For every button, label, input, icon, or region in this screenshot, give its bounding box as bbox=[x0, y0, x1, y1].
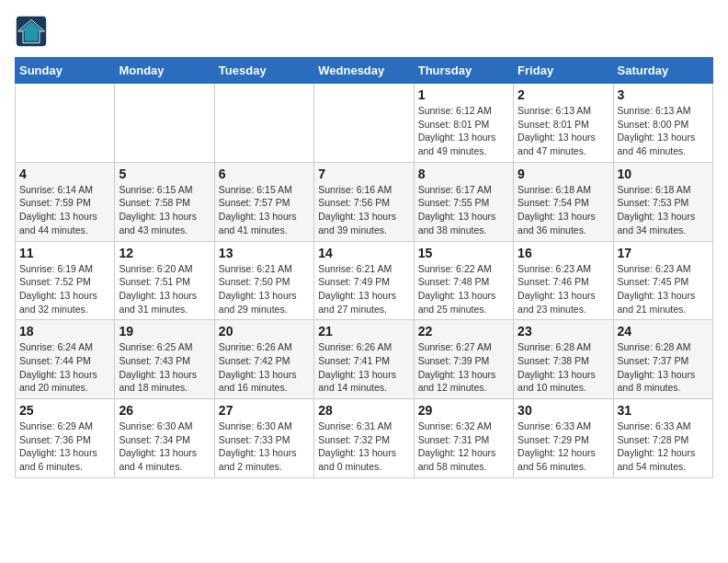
day-info: Sunrise: 6:13 AM Sunset: 8:01 PM Dayligh… bbox=[518, 104, 609, 158]
calendar-cell: 8Sunrise: 6:17 AM Sunset: 7:55 PM Daylig… bbox=[414, 162, 513, 241]
day-info: Sunrise: 6:14 AM Sunset: 7:59 PM Dayligh… bbox=[19, 183, 110, 237]
calendar-cell: 18Sunrise: 6:24 AM Sunset: 7:44 PM Dayli… bbox=[16, 320, 115, 399]
day-info: Sunrise: 6:30 AM Sunset: 7:34 PM Dayligh… bbox=[119, 419, 210, 474]
day-number: 10 bbox=[618, 167, 709, 181]
calendar-cell: 11Sunrise: 6:19 AM Sunset: 7:52 PM Dayli… bbox=[16, 241, 115, 320]
week-row-3: 11Sunrise: 6:19 AM Sunset: 7:52 PM Dayli… bbox=[16, 241, 713, 320]
calendar-cell: 24Sunrise: 6:28 AM Sunset: 7:37 PM Dayli… bbox=[613, 320, 712, 399]
week-row-2: 4Sunrise: 6:14 AM Sunset: 7:59 PM Daylig… bbox=[16, 162, 713, 241]
day-number: 23 bbox=[518, 324, 609, 339]
calendar-cell: 6Sunrise: 6:15 AM Sunset: 7:57 PM Daylig… bbox=[214, 162, 313, 241]
day-header-saturday: Saturday bbox=[613, 58, 712, 84]
calendar-cell: 16Sunrise: 6:23 AM Sunset: 7:46 PM Dayli… bbox=[514, 241, 613, 320]
day-number: 12 bbox=[119, 246, 210, 260]
calendar-cell: 27Sunrise: 6:30 AM Sunset: 7:33 PM Dayli… bbox=[214, 399, 313, 478]
calendar-cell: 28Sunrise: 6:31 AM Sunset: 7:32 PM Dayli… bbox=[314, 399, 414, 478]
calendar-cell: 7Sunrise: 6:16 AM Sunset: 7:56 PM Daylig… bbox=[314, 162, 414, 241]
day-number: 15 bbox=[418, 246, 509, 260]
day-number: 24 bbox=[618, 324, 709, 339]
day-info: Sunrise: 6:28 AM Sunset: 7:38 PM Dayligh… bbox=[518, 340, 609, 395]
day-number: 26 bbox=[119, 403, 210, 418]
day-info: Sunrise: 6:28 AM Sunset: 7:37 PM Dayligh… bbox=[618, 340, 709, 395]
day-info: Sunrise: 6:21 AM Sunset: 7:49 PM Dayligh… bbox=[318, 262, 409, 316]
day-header-thursday: Thursday bbox=[414, 58, 513, 84]
day-info: Sunrise: 6:26 AM Sunset: 7:41 PM Dayligh… bbox=[318, 340, 409, 395]
calendar-cell: 25Sunrise: 6:29 AM Sunset: 7:36 PM Dayli… bbox=[16, 399, 115, 478]
day-number: 31 bbox=[618, 403, 709, 418]
calendar-cell: 4Sunrise: 6:14 AM Sunset: 7:59 PM Daylig… bbox=[16, 162, 115, 241]
day-info: Sunrise: 6:27 AM Sunset: 7:39 PM Dayligh… bbox=[418, 340, 509, 395]
calendar-cell: 9Sunrise: 6:18 AM Sunset: 7:54 PM Daylig… bbox=[514, 162, 613, 241]
day-header-friday: Friday bbox=[514, 58, 613, 84]
week-row-4: 18Sunrise: 6:24 AM Sunset: 7:44 PM Dayli… bbox=[16, 320, 713, 399]
calendar-cell: 5Sunrise: 6:15 AM Sunset: 7:58 PM Daylig… bbox=[115, 162, 214, 241]
calendar-cell bbox=[16, 84, 115, 163]
calendar-table: SundayMondayTuesdayWednesdayThursdayFrid… bbox=[15, 57, 713, 478]
calendar-cell bbox=[115, 84, 214, 163]
day-number: 2 bbox=[518, 87, 609, 102]
calendar-header: SundayMondayTuesdayWednesdayThursdayFrid… bbox=[16, 58, 713, 84]
day-info: Sunrise: 6:30 AM Sunset: 7:33 PM Dayligh… bbox=[219, 419, 310, 474]
day-info: Sunrise: 6:23 AM Sunset: 7:46 PM Dayligh… bbox=[518, 262, 609, 316]
calendar-cell: 15Sunrise: 6:22 AM Sunset: 7:48 PM Dayli… bbox=[414, 241, 513, 320]
day-number: 21 bbox=[318, 324, 409, 339]
calendar-cell: 17Sunrise: 6:23 AM Sunset: 7:45 PM Dayli… bbox=[613, 241, 712, 320]
day-info: Sunrise: 6:24 AM Sunset: 7:44 PM Dayligh… bbox=[19, 340, 110, 395]
day-number: 18 bbox=[19, 324, 110, 339]
day-info: Sunrise: 6:17 AM Sunset: 7:55 PM Dayligh… bbox=[418, 183, 509, 237]
day-info: Sunrise: 6:16 AM Sunset: 7:56 PM Dayligh… bbox=[318, 183, 409, 237]
day-header-monday: Monday bbox=[115, 58, 214, 84]
day-number: 27 bbox=[219, 403, 310, 418]
calendar-cell: 20Sunrise: 6:26 AM Sunset: 7:42 PM Dayli… bbox=[214, 320, 313, 399]
logo bbox=[15, 15, 51, 48]
day-number: 28 bbox=[318, 403, 409, 418]
page-header bbox=[15, 15, 713, 48]
day-info: Sunrise: 6:32 AM Sunset: 7:31 PM Dayligh… bbox=[418, 419, 509, 474]
calendar-cell: 12Sunrise: 6:20 AM Sunset: 7:51 PM Dayli… bbox=[115, 241, 214, 320]
day-info: Sunrise: 6:33 AM Sunset: 7:28 PM Dayligh… bbox=[618, 419, 709, 474]
day-headers-row: SundayMondayTuesdayWednesdayThursdayFrid… bbox=[16, 58, 713, 84]
calendar-cell: 14Sunrise: 6:21 AM Sunset: 7:49 PM Dayli… bbox=[314, 241, 414, 320]
day-number: 7 bbox=[318, 167, 409, 181]
day-info: Sunrise: 6:22 AM Sunset: 7:48 PM Dayligh… bbox=[418, 262, 509, 316]
day-number: 25 bbox=[19, 403, 110, 418]
day-info: Sunrise: 6:33 AM Sunset: 7:29 PM Dayligh… bbox=[518, 419, 609, 474]
day-info: Sunrise: 6:12 AM Sunset: 8:01 PM Dayligh… bbox=[418, 104, 509, 158]
day-number: 13 bbox=[219, 246, 310, 260]
calendar-cell bbox=[314, 84, 414, 163]
calendar-cell: 3Sunrise: 6:13 AM Sunset: 8:00 PM Daylig… bbox=[613, 84, 712, 163]
day-number: 19 bbox=[119, 324, 210, 339]
day-number: 30 bbox=[518, 403, 609, 418]
calendar-cell: 13Sunrise: 6:21 AM Sunset: 7:50 PM Dayli… bbox=[214, 241, 313, 320]
day-number: 6 bbox=[219, 167, 310, 181]
day-info: Sunrise: 6:15 AM Sunset: 7:57 PM Dayligh… bbox=[219, 183, 310, 237]
calendar-cell bbox=[214, 84, 313, 163]
day-number: 20 bbox=[219, 324, 310, 339]
day-info: Sunrise: 6:20 AM Sunset: 7:51 PM Dayligh… bbox=[119, 262, 210, 316]
calendar-body: 1Sunrise: 6:12 AM Sunset: 8:01 PM Daylig… bbox=[16, 84, 713, 478]
calendar-cell: 23Sunrise: 6:28 AM Sunset: 7:38 PM Dayli… bbox=[514, 320, 613, 399]
calendar-cell: 29Sunrise: 6:32 AM Sunset: 7:31 PM Dayli… bbox=[414, 399, 513, 478]
day-header-tuesday: Tuesday bbox=[214, 58, 313, 84]
calendar-cell: 19Sunrise: 6:25 AM Sunset: 7:43 PM Dayli… bbox=[115, 320, 214, 399]
day-info: Sunrise: 6:29 AM Sunset: 7:36 PM Dayligh… bbox=[19, 419, 110, 474]
day-number: 1 bbox=[418, 87, 509, 102]
day-info: Sunrise: 6:18 AM Sunset: 7:54 PM Dayligh… bbox=[518, 183, 609, 237]
day-number: 29 bbox=[418, 403, 509, 418]
day-number: 14 bbox=[318, 246, 409, 260]
logo-icon bbox=[15, 15, 48, 48]
day-number: 22 bbox=[418, 324, 509, 339]
day-number: 5 bbox=[119, 167, 210, 181]
day-number: 16 bbox=[518, 246, 609, 260]
calendar-cell: 26Sunrise: 6:30 AM Sunset: 7:34 PM Dayli… bbox=[115, 399, 214, 478]
day-info: Sunrise: 6:15 AM Sunset: 7:58 PM Dayligh… bbox=[119, 183, 210, 237]
day-header-wednesday: Wednesday bbox=[314, 58, 414, 84]
day-info: Sunrise: 6:19 AM Sunset: 7:52 PM Dayligh… bbox=[19, 262, 110, 316]
day-number: 9 bbox=[518, 167, 609, 181]
day-info: Sunrise: 6:31 AM Sunset: 7:32 PM Dayligh… bbox=[318, 419, 409, 474]
day-info: Sunrise: 6:25 AM Sunset: 7:43 PM Dayligh… bbox=[119, 340, 210, 395]
calendar-cell: 21Sunrise: 6:26 AM Sunset: 7:41 PM Dayli… bbox=[314, 320, 414, 399]
calendar-cell: 10Sunrise: 6:18 AM Sunset: 7:53 PM Dayli… bbox=[613, 162, 712, 241]
day-header-sunday: Sunday bbox=[16, 58, 115, 84]
day-info: Sunrise: 6:21 AM Sunset: 7:50 PM Dayligh… bbox=[219, 262, 310, 316]
